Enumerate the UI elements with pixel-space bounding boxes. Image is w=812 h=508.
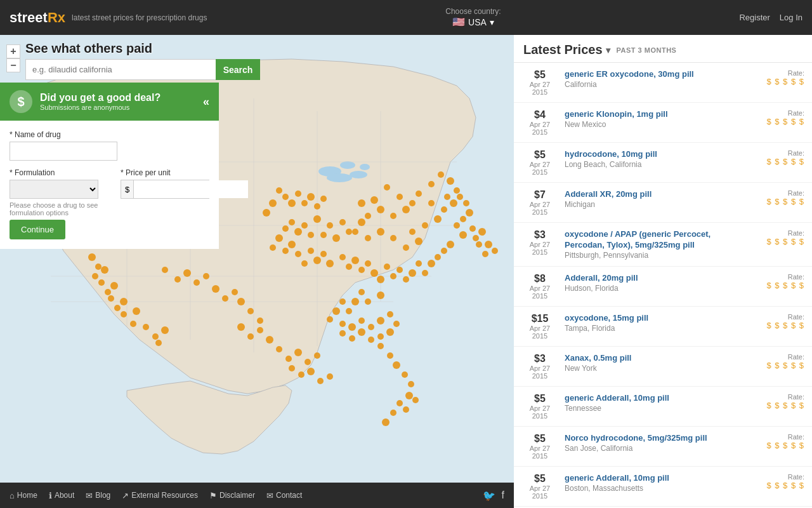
price-list-item[interactable]: $8 Apr 272015 Adderall, 20mg pill Hudson… [514, 267, 812, 307]
zoom-out-button[interactable]: − [6, 58, 20, 72]
footer: ⌂ Home ℹ About ✉ Blog ↗ External Resourc… [0, 483, 514, 508]
right-panel: Latest Prices ▾ PAST 3 MONTHS $5 Apr 272… [514, 35, 812, 508]
rate-stars: $ $ $ $ $ [741, 401, 804, 410]
svg-point-141 [294, 349, 302, 356]
svg-point-30 [415, 237, 422, 245]
search-button[interactable]: Search [216, 59, 260, 80]
rate-label: Rate: [741, 273, 804, 281]
header: streetRx latest street prices for prescr… [0, 0, 812, 35]
svg-point-94 [358, 328, 365, 336]
price-input-wrap: $ [121, 180, 209, 199]
search-input[interactable] [25, 59, 216, 80]
svg-point-126 [183, 269, 191, 277]
svg-point-157 [382, 418, 390, 426]
rate-stars: $ $ $ $ $ [741, 361, 804, 370]
svg-point-40 [320, 232, 327, 238]
svg-point-55 [308, 248, 314, 254]
footer-home-link[interactable]: ⌂ Home [10, 491, 37, 500]
price-date: Apr 272015 [521, 161, 558, 176]
svg-point-84 [339, 321, 346, 327]
svg-point-142 [304, 359, 311, 365]
svg-point-20 [390, 213, 396, 219]
drug-name-input[interactable] [10, 142, 117, 161]
footer-blog-link[interactable]: ✉ Blog [86, 491, 110, 500]
price-rate-col: Rate: $ $ $ $ $ [741, 229, 804, 246]
price-amount: $3 [521, 229, 558, 241]
footer-about-link[interactable]: ℹ About [49, 491, 74, 500]
facebook-icon[interactable]: f [502, 490, 504, 502]
price-location: Pittsburgh, Pennsylvania [565, 251, 735, 260]
price-list-item[interactable]: $5 Apr 272015 generic Adderall, 10mg pil… [514, 387, 812, 427]
svg-point-107 [88, 253, 96, 261]
svg-point-124 [162, 267, 168, 273]
svg-point-132 [237, 298, 245, 305]
svg-point-15 [370, 196, 378, 204]
collapse-button[interactable]: « [203, 95, 209, 109]
svg-point-79 [351, 298, 359, 305]
price-list-item[interactable]: $5 Apr 272015 Norco hydrocodone, 5mg/325… [514, 427, 812, 467]
svg-point-73 [435, 254, 441, 260]
svg-point-102 [301, 200, 308, 206]
price-list-item[interactable]: $5 Apr 272015 hydrocodone, 10mg pill Lon… [514, 143, 812, 183]
submission-header[interactable]: $ Did you get a good deal? Submissions a… [0, 83, 219, 121]
footer-about-label: About [55, 491, 74, 500]
zoom-in-button[interactable]: + [6, 44, 20, 58]
svg-point-36 [358, 218, 365, 226]
svg-point-25 [428, 200, 435, 206]
svg-point-134 [257, 318, 263, 324]
svg-point-91 [386, 328, 394, 336]
price-list-item[interactable]: $4 Apr 272015 generic Klonopin, 1mg pill… [514, 103, 812, 143]
svg-point-63 [370, 269, 378, 277]
svg-point-23 [365, 213, 371, 219]
price-input[interactable] [134, 180, 248, 198]
price-list-item[interactable]: $5 Apr 272015 generic Adderall, 10mg pil… [514, 467, 812, 507]
svg-point-129 [212, 285, 219, 293]
svg-point-35 [352, 229, 358, 235]
country-selector[interactable]: 🇺🇸 USA ▾ [452, 16, 494, 28]
price-list-item[interactable]: $7 Apr 272015 Adderall XR, 20mg pill Mic… [514, 183, 812, 223]
price-list-item[interactable]: $15 Apr 272015 oxycodone, 15mg pill Tamp… [514, 307, 812, 347]
svg-point-144 [289, 365, 295, 371]
footer-external-label: External Resources [131, 491, 198, 500]
rate-stars: $ $ $ $ $ [741, 117, 804, 126]
svg-point-164 [444, 194, 450, 200]
svg-point-28 [422, 222, 428, 229]
price-prefix: $ [121, 180, 134, 198]
price-info-col: generic Adderall, 10mg pill Tennessee [565, 393, 735, 413]
price-list-item[interactable]: $3 Apr 272015 Xanax, 0.5mg pill New York… [514, 347, 812, 387]
svg-point-168 [466, 209, 473, 217]
price-date-col: $3 Apr 272015 [521, 229, 558, 256]
svg-point-138 [266, 336, 273, 344]
rate-label: Rate: [741, 473, 804, 481]
svg-point-56 [320, 251, 327, 257]
svg-point-48 [275, 234, 283, 242]
svg-point-100 [288, 199, 296, 207]
svg-point-29 [409, 229, 416, 235]
footer-disclaimer-link[interactable]: ⚑ Disclaimer [209, 491, 255, 500]
submission-body: * Name of drug * Formulation Please choo… [0, 121, 219, 249]
price-list-item[interactable]: $3 Apr 272015 oxycodone / APAP (generic … [514, 223, 812, 267]
formulation-select[interactable] [10, 180, 98, 199]
svg-point-178 [492, 248, 498, 254]
svg-point-71 [422, 270, 428, 276]
price-amount: $3 [521, 353, 558, 364]
svg-point-96 [339, 330, 346, 337]
svg-point-146 [307, 368, 315, 375]
country-label: Choose country: [445, 7, 501, 16]
price-date-col: $5 Apr 272015 [521, 473, 558, 500]
price-date-col: $15 Apr 272015 [521, 313, 558, 340]
svg-point-115 [114, 305, 121, 311]
svg-point-59 [346, 264, 352, 270]
svg-point-158 [403, 406, 409, 413]
continue-button[interactable]: Continue [10, 220, 65, 239]
svg-point-97 [269, 199, 277, 207]
register-link[interactable]: Register [739, 13, 769, 22]
twitter-icon[interactable]: 🐦 [483, 490, 495, 502]
login-link[interactable]: Log In [780, 13, 802, 22]
latest-prices-button[interactable]: Latest Prices ▾ [523, 43, 610, 57]
svg-point-60 [351, 257, 359, 264]
footer-contact-link[interactable]: ✉ Contact [266, 491, 302, 500]
price-list-item[interactable]: $5 Apr 272015 generic ER oxycodone, 30mg… [514, 63, 812, 103]
footer-external-link[interactable]: ↗ External Resources [122, 491, 198, 500]
price-date-col: $5 Apr 272015 [521, 433, 558, 460]
